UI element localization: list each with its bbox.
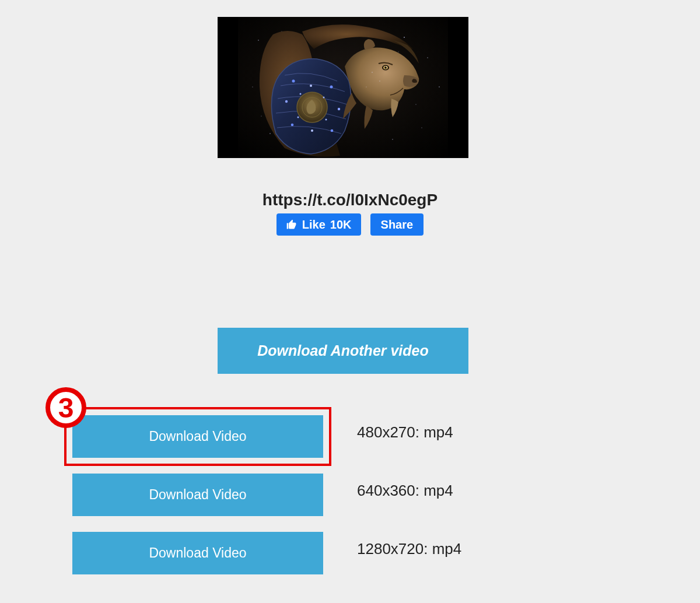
svg-point-5 [427, 57, 428, 58]
svg-point-9 [252, 86, 253, 87]
social-buttons-row: Like 10K Share [0, 213, 700, 236]
svg-point-8 [392, 139, 393, 139]
svg-point-17 [330, 86, 333, 89]
svg-point-16 [292, 80, 295, 83]
svg-point-2 [258, 40, 259, 41]
svg-point-11 [415, 104, 416, 104]
svg-point-33 [379, 80, 380, 81]
svg-point-12 [261, 116, 262, 117]
svg-point-18 [285, 100, 288, 103]
svg-point-7 [421, 127, 422, 128]
like-label: Like [302, 218, 326, 232]
svg-point-25 [323, 97, 325, 99]
svg-point-21 [331, 129, 334, 132]
format-label-640x360: 640x360: mp4 [357, 482, 453, 500]
facebook-like-button[interactable]: Like 10K [276, 213, 361, 236]
svg-point-10 [439, 86, 440, 87]
step-badge: 3 [46, 387, 86, 428]
download-video-button-1280x720[interactable]: Download Video [72, 532, 323, 574]
download-another-button[interactable]: Download Another video [218, 328, 468, 374]
like-count: 10K [330, 218, 352, 232]
svg-point-6 [270, 133, 271, 134]
download-video-button-480x270[interactable]: Download Video [72, 415, 323, 458]
svg-point-32 [372, 72, 373, 73]
svg-point-13 [398, 52, 399, 52]
svg-point-22 [310, 85, 312, 87]
svg-point-26 [298, 117, 299, 118]
download-video-button-640x360[interactable]: Download Video [72, 474, 323, 516]
facebook-share-button[interactable]: Share [370, 213, 424, 236]
format-label-1280x720: 1280x720: mp4 [357, 540, 461, 558]
video-thumbnail [218, 17, 468, 158]
share-label: Share [381, 218, 414, 232]
svg-point-31 [386, 66, 387, 68]
svg-point-20 [291, 124, 294, 127]
svg-point-23 [311, 129, 313, 132]
svg-point-19 [338, 108, 340, 110]
format-label-480x270: 480x270: mp4 [357, 423, 453, 441]
thumbs-up-icon [286, 219, 298, 230]
svg-point-24 [300, 93, 302, 95]
svg-point-27 [326, 119, 327, 121]
svg-point-4 [404, 37, 405, 38]
svg-point-34 [366, 86, 366, 87]
video-url: https://t.co/l0IxNc0egP [0, 191, 700, 209]
